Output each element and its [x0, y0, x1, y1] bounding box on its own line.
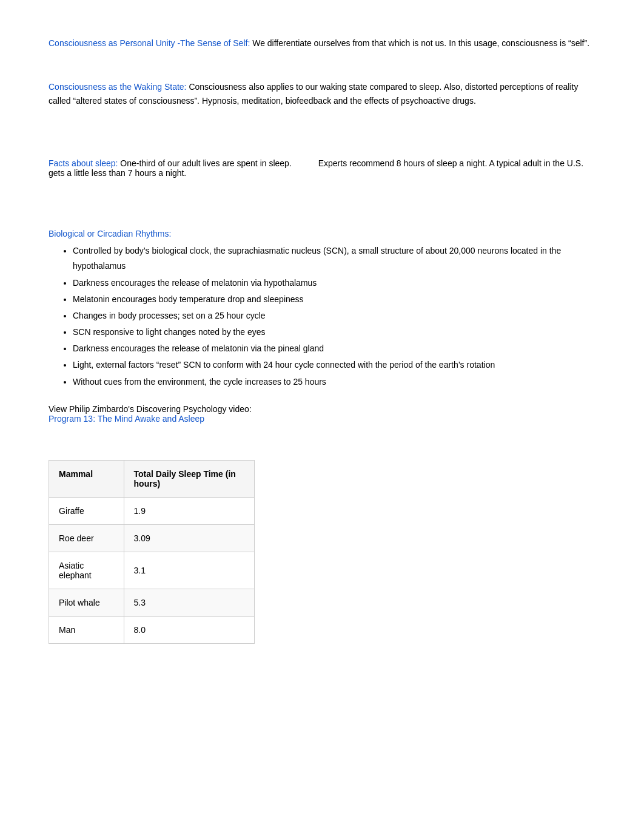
consciousness-unity-body: We differentiate ourselves from that whi… [252, 38, 589, 48]
mammal-cell: Pilot whale [49, 589, 124, 616]
sleep-table-body: Giraffe1.9Roe deer3.09Asiatic elephant3.… [49, 497, 255, 643]
sleep-table: Mammal Total Daily Sleep Time (in hours)… [49, 460, 255, 644]
mammal-cell: Roe deer [49, 524, 124, 552]
spacer-3 [49, 146, 595, 158]
table-row: Pilot whale5.3 [49, 589, 255, 616]
list-item: Changes in body processes; set on a 25 h… [73, 308, 595, 323]
spacer-4 [49, 192, 595, 217]
facts-sleep-section: Facts about sleep: One-third of our adul… [49, 158, 595, 178]
mammal-cell: Asiatic elephant [49, 552, 124, 589]
col1-header: Mammal [49, 460, 124, 497]
spacer-2 [49, 122, 595, 146]
circadian-section: Biological or Circadian Rhythms: Control… [49, 229, 595, 390]
mammal-cell: Man [49, 616, 124, 643]
facts-sleep-body1: One-third of our adult lives are spent i… [120, 158, 292, 168]
video-link[interactable]: Program 13: The Mind Awake and Asleep [49, 414, 204, 424]
col2-header: Total Daily Sleep Time (in hours) [124, 460, 254, 497]
table-row: Roe deer3.09 [49, 524, 255, 552]
list-item: Melatonin encourages body temperature dr… [73, 292, 595, 307]
video-label: View Philip Zimbardo's Discovering Psych… [49, 404, 595, 414]
hours-cell: 1.9 [124, 497, 254, 524]
hours-cell: 3.1 [124, 552, 254, 589]
list-item: Darkness encourages the release of melat… [73, 341, 595, 356]
list-item: Without cues from the environment, the c… [73, 374, 595, 390]
consciousness-waking-section: Consciousness as the Waking State: Consc… [49, 80, 595, 107]
consciousness-waking-heading: Consciousness as the Waking State: [49, 82, 187, 92]
spacer-5 [49, 217, 595, 229]
list-item: Light, external factors “reset” SCN to c… [73, 357, 595, 373]
hours-cell: 5.3 [124, 589, 254, 616]
facts-sleep-heading: Facts about sleep: [49, 158, 118, 168]
consciousness-unity-section: Consciousness as Personal Unity -The Sen… [49, 36, 595, 50]
table-row: Asiatic elephant3.1 [49, 552, 255, 589]
table-header-row: Mammal Total Daily Sleep Time (in hours) [49, 460, 255, 497]
table-row: Man8.0 [49, 616, 255, 643]
hours-cell: 8.0 [124, 616, 254, 643]
mammal-cell: Giraffe [49, 497, 124, 524]
consciousness-unity-heading: Consciousness as Personal Unity -The Sen… [49, 38, 250, 48]
table-row: Giraffe1.9 [49, 497, 255, 524]
sleep-table-container: Mammal Total Daily Sleep Time (in hours)… [49, 460, 255, 644]
spacer-1 [49, 56, 595, 80]
consciousness-waking-heading-block: Consciousness as the Waking State: Consc… [49, 80, 595, 107]
list-item: Controlled by body’s biological clock, t… [73, 243, 595, 274]
circadian-heading: Biological or Circadian Rhythms: [49, 229, 171, 238]
hours-cell: 3.09 [124, 524, 254, 552]
list-item: SCN responsive to light changes noted by… [73, 325, 595, 340]
video-section: View Philip Zimbardo's Discovering Psych… [49, 404, 595, 424]
circadian-bullet-list: Controlled by body’s biological clock, t… [49, 243, 595, 390]
facts-line-1: Facts about sleep: One-third of our adul… [49, 158, 595, 178]
circadian-heading-block: Biological or Circadian Rhythms: [49, 229, 595, 238]
list-item: Darkness encourages the release of melat… [73, 276, 595, 291]
